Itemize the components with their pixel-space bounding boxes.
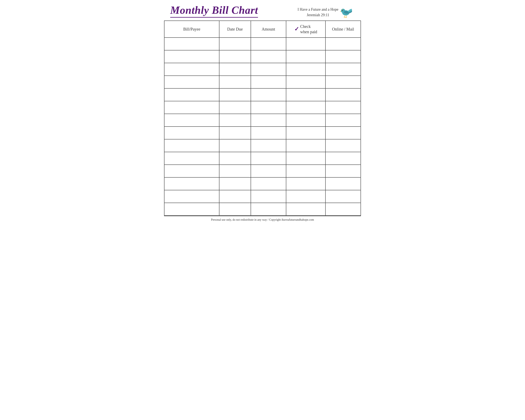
table-cell xyxy=(219,50,251,63)
col-header-bill-payee: Bill/Payee xyxy=(164,21,219,37)
table-cell xyxy=(286,177,326,190)
table-row xyxy=(164,76,361,88)
table-cell xyxy=(219,139,251,152)
table-cell xyxy=(164,190,219,203)
checkmark-icon: ✓ xyxy=(294,26,299,32)
svg-line-13 xyxy=(346,15,347,17)
table-row xyxy=(164,203,361,215)
table-row xyxy=(164,152,361,165)
header: Monthly Bill Chart I Have a Future and a… xyxy=(164,0,361,20)
table-cell xyxy=(326,127,361,139)
bird-icon xyxy=(338,4,355,19)
table-cell xyxy=(251,165,286,177)
table-cell xyxy=(326,152,361,165)
table-row xyxy=(164,63,361,76)
svg-line-12 xyxy=(345,17,345,18)
table-cell xyxy=(164,63,219,76)
table-cell xyxy=(251,152,286,165)
table-wrapper: Bill/Payee Date Due Amount ✓ Check w xyxy=(164,20,361,216)
table-cell xyxy=(326,50,361,63)
tagline-line2: Jeremiah 29:11 xyxy=(307,12,329,18)
table-cell xyxy=(219,127,251,139)
table-row xyxy=(164,101,361,114)
table-cell xyxy=(219,177,251,190)
page-container: Monthly Bill Chart I Have a Future and a… xyxy=(164,0,361,224)
check-text: Check when paid xyxy=(300,24,317,35)
table-cell xyxy=(219,114,251,127)
svg-line-9 xyxy=(345,15,345,17)
table-cell xyxy=(219,165,251,177)
check-header-content: ✓ Check when paid xyxy=(288,24,324,35)
footer: Personal use only, do not redistribute i… xyxy=(164,216,361,224)
table-cell xyxy=(326,63,361,76)
table-cell xyxy=(164,37,219,50)
table-cell xyxy=(164,139,219,152)
table-cell xyxy=(219,152,251,165)
tagline-line1: I Have a Future and a Hope xyxy=(298,7,338,12)
svg-point-2 xyxy=(342,10,343,11)
table-row xyxy=(164,114,361,127)
table-cell xyxy=(219,37,251,50)
table-cell xyxy=(251,190,286,203)
table-cell xyxy=(219,190,251,203)
table-cell xyxy=(326,114,361,127)
table-cell xyxy=(286,63,326,76)
table-row xyxy=(164,190,361,203)
svg-point-17 xyxy=(342,9,343,10)
table-cell xyxy=(326,76,361,88)
table-cell xyxy=(251,37,286,50)
table-cell xyxy=(164,76,219,88)
table-cell xyxy=(251,101,286,114)
tagline-section: I Have a Future and a Hope Jeremiah 29:1… xyxy=(298,7,338,18)
table-cell xyxy=(251,203,286,215)
col-header-online-mail: Online / Mail xyxy=(326,21,361,37)
title-section: Monthly Bill Chart xyxy=(170,4,258,18)
svg-line-16 xyxy=(346,17,347,18)
footer-text: Personal use only, do not redistribute i… xyxy=(211,218,314,221)
table-cell xyxy=(251,50,286,63)
table-cell xyxy=(326,190,361,203)
table-cell xyxy=(286,37,326,50)
table-cell xyxy=(219,76,251,88)
table-cell xyxy=(326,88,361,101)
table-cell xyxy=(286,101,326,114)
table-cell xyxy=(286,127,326,139)
table-cell xyxy=(251,114,286,127)
table-cell xyxy=(286,165,326,177)
table-cell xyxy=(286,203,326,215)
table-cell xyxy=(219,203,251,215)
col-header-amount: Amount xyxy=(251,21,286,37)
table-cell xyxy=(326,101,361,114)
table-cell xyxy=(286,190,326,203)
table-row xyxy=(164,139,361,152)
table-cell xyxy=(251,127,286,139)
table-cell xyxy=(326,139,361,152)
table-cell xyxy=(164,152,219,165)
table-cell xyxy=(219,63,251,76)
table-cell xyxy=(251,76,286,88)
table-cell xyxy=(251,139,286,152)
table-row xyxy=(164,88,361,101)
table-row xyxy=(164,50,361,63)
table-cell xyxy=(251,177,286,190)
table-cell xyxy=(326,203,361,215)
table-cell xyxy=(251,88,286,101)
table-cell xyxy=(286,139,326,152)
svg-marker-4 xyxy=(340,11,341,12)
bill-chart-table: Bill/Payee Date Due Amount ✓ Check w xyxy=(164,20,361,216)
table-cell xyxy=(164,114,219,127)
col-header-check-when-paid: ✓ Check when paid xyxy=(286,21,326,37)
table-cell xyxy=(326,177,361,190)
table-row xyxy=(164,127,361,139)
table-cell xyxy=(164,127,219,139)
table-row xyxy=(164,37,361,50)
table-body xyxy=(164,37,361,215)
table-cell xyxy=(219,88,251,101)
page-title: Monthly Bill Chart xyxy=(170,4,258,18)
table-cell xyxy=(164,203,219,215)
table-cell xyxy=(164,88,219,101)
table-cell xyxy=(219,101,251,114)
table-cell xyxy=(164,165,219,177)
table-cell xyxy=(251,63,286,76)
table-cell xyxy=(164,177,219,190)
